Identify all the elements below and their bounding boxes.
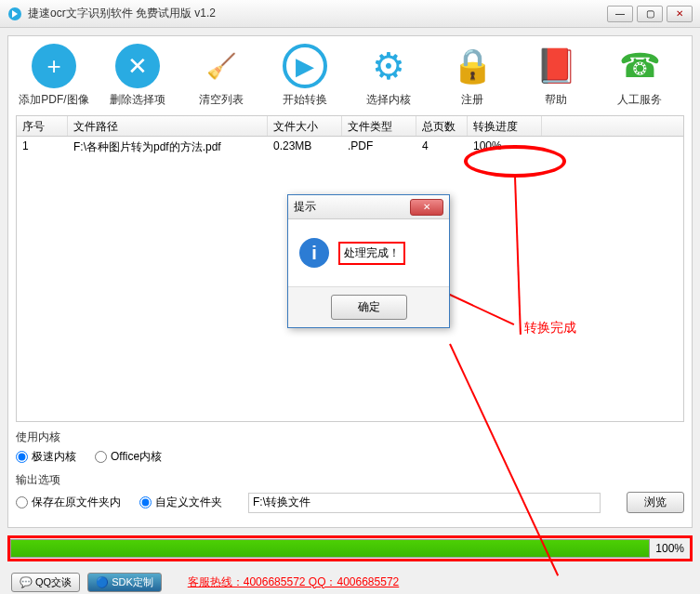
col-progress[interactable]: 转换进度	[468, 116, 542, 136]
original-folder-radio[interactable]: 保存在原文件夹内	[16, 495, 121, 510]
dialog-message: 处理完成！	[338, 242, 405, 265]
output-path-input[interactable]	[248, 493, 601, 513]
main-panel: +添加PDF/图像 ✕删除选择项 🧹清空列表 ▶开始转换 ⚙选择内核 🔒注册 📕…	[7, 35, 693, 528]
app-icon	[7, 7, 22, 21]
qq-chat-button[interactable]: 💬 QQ交谈	[11, 573, 80, 592]
toolbar: +添加PDF/图像 ✕删除选择项 🧹清空列表 ▶开始转换 ⚙选择内核 🔒注册 📕…	[16, 44, 684, 115]
maximize-button[interactable]: ▢	[637, 6, 663, 22]
browse-button[interactable]: 浏览	[627, 492, 684, 513]
progress-text: 100%	[650, 542, 690, 555]
window-title: 捷速ocr文字识别软件 免费试用版 v1.2	[28, 6, 607, 21]
info-icon: i	[299, 238, 329, 268]
col-pages[interactable]: 总页数	[416, 116, 468, 136]
minimize-button[interactable]: —	[607, 6, 633, 22]
progress-bar	[10, 539, 650, 558]
col-path[interactable]: 文件路径	[68, 116, 268, 136]
add-file-button[interactable]: +添加PDF/图像	[16, 44, 92, 108]
titlebar: 捷速ocr文字识别软件 免费试用版 v1.2 — ▢ ✕	[0, 0, 700, 28]
clear-button[interactable]: 🧹清空列表	[183, 44, 259, 108]
office-kernel-radio[interactable]: Office内核	[95, 449, 162, 465]
footer: 💬 QQ交谈 🔵 SDK定制 客服热线：4006685572 QQ：400668…	[0, 569, 700, 594]
kernel-button[interactable]: ⚙选择内核	[350, 44, 427, 108]
start-button[interactable]: ▶开始转换	[267, 44, 343, 108]
output-section: 输出选项 保存在原文件夹内 自定义文件夹 浏览	[16, 472, 684, 513]
help-button[interactable]: 📕帮助	[518, 44, 594, 108]
message-dialog: 提示 ✕ i 处理完成！ 确定	[287, 194, 450, 328]
ok-button[interactable]: 确定	[331, 295, 407, 320]
hotline-link[interactable]: 客服热线：4006685572 QQ：4006685572	[188, 574, 399, 590]
col-type[interactable]: 文件类型	[342, 116, 416, 136]
fast-kernel-radio[interactable]: 极速内核	[16, 449, 76, 465]
dialog-close-button[interactable]: ✕	[410, 199, 443, 216]
close-button[interactable]: ✕	[667, 6, 693, 22]
col-seq[interactable]: 序号	[17, 116, 68, 136]
col-size[interactable]: 文件大小	[268, 116, 342, 136]
dialog-title: 提示	[294, 199, 410, 215]
service-button[interactable]: ☎人工服务	[601, 44, 678, 108]
delete-button[interactable]: ✕删除选择项	[99, 44, 176, 108]
sdk-button[interactable]: 🔵 SDK定制	[87, 573, 162, 592]
table-row[interactable]: 1 F:\各种图片转为pdf的方法.pdf 0.23MB .PDF 4 100%	[17, 137, 683, 157]
kernel-section: 使用内核 极速内核 Office内核	[16, 429, 684, 465]
progress-bar-container: 100%	[7, 535, 693, 561]
kernel-label: 使用内核	[16, 429, 684, 445]
register-button[interactable]: 🔒注册	[434, 44, 510, 108]
output-label: 输出选项	[16, 472, 684, 488]
custom-folder-radio[interactable]: 自定义文件夹	[139, 495, 222, 510]
